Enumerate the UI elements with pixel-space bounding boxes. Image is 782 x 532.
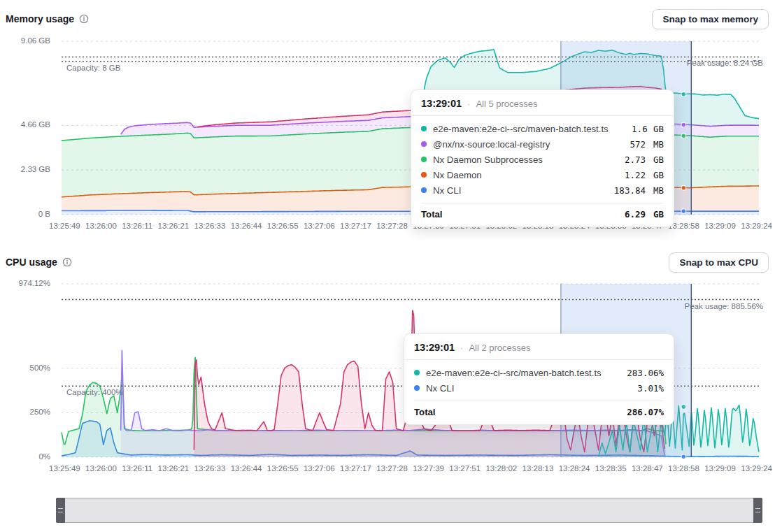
y-tick-label: 2.33 GB — [21, 165, 50, 173]
y-tick-label: 0 B — [38, 210, 50, 218]
process-unit: GB — [648, 170, 664, 180]
time-label: 13:26:33 — [194, 222, 226, 230]
process-value: 283.06% — [627, 368, 664, 378]
series-color-dot — [421, 141, 427, 147]
memory-title: Memory usage — [6, 13, 74, 24]
time-label: 13:26:21 — [157, 464, 189, 473]
time-label: 13:26:00 — [85, 222, 117, 230]
tooltip-row: Nx Daemon 1.22 GB — [421, 167, 664, 182]
tooltip-row: Nx Daemon Subprocesses 2.73 GB — [421, 152, 664, 167]
time-label: 13:28:02 — [485, 464, 517, 473]
cpu-capacity-label: Capacity: 400% — [66, 388, 123, 396]
total-label: Total — [421, 209, 606, 220]
series-color-dot — [421, 172, 427, 178]
tooltip-row: Nx CLI 183.84 MB — [421, 182, 664, 198]
range-handle-right[interactable] — [753, 498, 762, 523]
process-value: 2.73 — [606, 154, 646, 165]
time-label: 13:28:13 — [522, 464, 554, 473]
y-tick-label: 974.12% — [19, 279, 50, 287]
time-label: 13:27:39 — [413, 464, 444, 473]
memory-capacity-label: Capacity: 8 GB — [66, 64, 120, 72]
time-label: 13:26:11 — [122, 464, 152, 473]
cpu-y-axis: 974.12%500%250%0% — [0, 284, 56, 457]
time-label: 13:27:51 — [449, 464, 481, 473]
memory-tooltip-total: Total 6.29 GB — [421, 203, 664, 227]
process-value: 1.22 — [606, 170, 646, 180]
y-tick-label: 4.66 GB — [21, 120, 50, 129]
memory-header: Memory usage Snap to max memory — [6, 7, 769, 31]
memory-y-axis: 9.06 GB4.66 GB2.33 GB0 B — [0, 41, 56, 215]
time-label: 13:29:24 — [741, 464, 772, 473]
process-name: Nx CLI — [433, 185, 606, 196]
y-tick-label: 0% — [38, 452, 50, 461]
tooltip-time: 13:29:01 — [421, 98, 462, 109]
info-icon[interactable] — [79, 14, 89, 24]
range-handle-left[interactable] — [56, 498, 65, 523]
tooltip-row: @nx/nx-source:local-registry 572 MB — [421, 136, 664, 152]
cpu-tooltip-total: Total 286.07% — [414, 401, 664, 424]
process-unit: GB — [651, 124, 664, 134]
tooltip-time: 13:29:01 — [414, 342, 455, 353]
time-label: 13:26:44 — [231, 222, 262, 230]
time-label: 13:29:09 — [704, 222, 736, 230]
time-label: 13:27:17 — [340, 464, 371, 473]
memory-tooltip-header: 13:29:01 · All 5 processes — [411, 90, 674, 116]
memory-tooltip-rows: e2e-maven:e2e-ci--src/maven-batch.test.t… — [411, 116, 674, 201]
total-value: 6.29 — [606, 209, 646, 220]
time-label: 13:27:06 — [304, 464, 335, 473]
time-label: 13:29:24 — [741, 222, 772, 230]
time-label: 13:26:44 — [231, 464, 262, 473]
dot-separator: · — [460, 343, 463, 353]
snap-to-max-memory-button[interactable]: Snap to max memory — [652, 9, 769, 29]
time-label: 13:25:49 — [49, 464, 80, 473]
process-unit: MB — [648, 185, 664, 196]
y-tick-label: 500% — [30, 364, 50, 372]
time-label: 13:26:55 — [267, 222, 299, 230]
cpu-header: CPU usage Snap to max CPU — [6, 250, 769, 274]
process-name: Nx Daemon Subprocesses — [433, 154, 606, 165]
process-unit: GB — [648, 154, 664, 165]
process-value: 1.6 — [609, 124, 648, 134]
total-unit: GB — [648, 209, 664, 220]
time-label: 13:27:06 — [304, 222, 335, 230]
process-name: Nx Daemon — [433, 170, 606, 180]
tooltip-subtitle: All 5 processes — [476, 99, 537, 109]
series-color-dot — [421, 126, 427, 131]
time-label: 13:26:55 — [267, 464, 299, 473]
time-label: 13:29:09 — [704, 464, 736, 473]
time-label: 13:26:00 — [85, 464, 117, 473]
tooltip-row: Nx CLI 3.01% — [414, 380, 664, 396]
series-color-dot — [421, 157, 427, 162]
tooltip-row: e2e-maven:e2e-ci--src/maven-batch.test.t… — [421, 121, 664, 136]
snap-to-max-cpu-button[interactable]: Snap to max CPU — [669, 252, 769, 273]
cpu-tooltip-rows: e2e-maven:e2e-ci--src/maven-batch.test.t… — [404, 360, 674, 398]
grip-icon — [58, 508, 63, 512]
process-name: @nx/nx-source:local-registry — [433, 139, 606, 150]
time-label: 13:27:28 — [376, 222, 408, 230]
cpu-peak-label: Peak usage: 885.56% — [684, 302, 763, 310]
process-name: e2e-maven:e2e-ci--src/maven-batch.test.t… — [426, 368, 627, 378]
total-label: Total — [414, 407, 627, 417]
cpu-tooltip-header: 13:29:01 · All 2 processes — [404, 334, 674, 360]
time-label: 13:28:58 — [668, 464, 699, 473]
process-name: Nx CLI — [426, 383, 637, 394]
cpu-x-axis: 13:25:4913:26:0013:26:1113:26:2113:26:33… — [49, 464, 772, 473]
series-color-dot — [414, 385, 420, 391]
total-value: 286.07% — [627, 407, 664, 417]
tooltip-row: e2e-maven:e2e-ci--src/maven-batch.test.t… — [414, 365, 664, 380]
time-label: 13:28:47 — [632, 464, 663, 473]
series-color-dot — [421, 187, 427, 193]
process-unit: MB — [648, 139, 664, 150]
process-name: e2e-maven:e2e-ci--src/maven-batch.test.t… — [433, 124, 609, 134]
time-label: 13:25:49 — [49, 222, 80, 230]
cpu-title: CPU usage — [6, 257, 57, 268]
info-icon[interactable] — [62, 257, 72, 267]
time-label: 13:26:33 — [194, 464, 226, 473]
process-value: 3.01% — [637, 383, 664, 394]
dot-separator: · — [467, 99, 470, 109]
series-color-dot — [414, 370, 420, 375]
process-value: 572 — [606, 139, 646, 150]
time-label: 13:28:24 — [559, 464, 590, 473]
time-range-scrollbar[interactable] — [56, 498, 762, 523]
y-tick-label: 250% — [30, 408, 50, 416]
